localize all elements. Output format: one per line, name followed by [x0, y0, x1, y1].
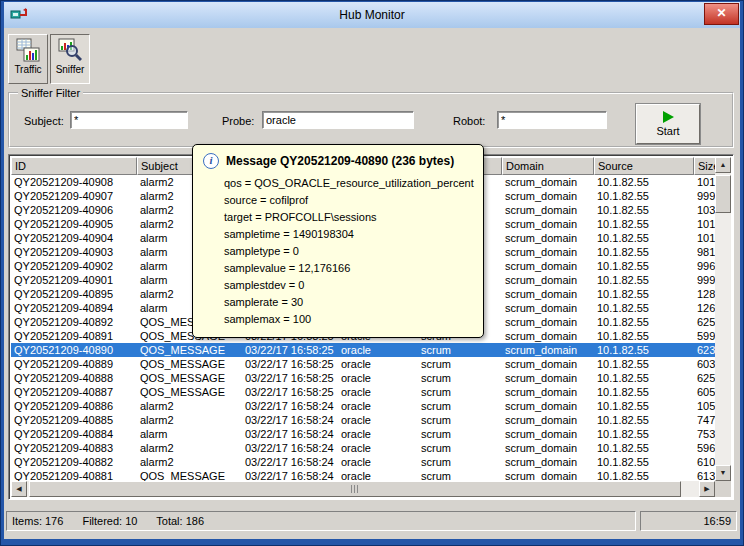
- column-header-id[interactable]: ID: [11, 157, 137, 175]
- table-cell: 10.1.82.55: [594, 315, 694, 329]
- table-cell: 10.1.82.55: [594, 385, 694, 399]
- table-cell: scrum_domain: [502, 259, 594, 273]
- table-cell: 03/22/17 16:58:24: [242, 441, 338, 455]
- table-cell: 10.1.82.55: [594, 217, 694, 231]
- table-cell: 103: [694, 203, 715, 217]
- sniffer-filter-group: Sniffer Filter Subject: Probe: Robot: St…: [8, 92, 734, 148]
- table-cell: QY20521209-40885: [11, 413, 137, 427]
- sniffer-button[interactable]: Sniffer: [50, 34, 90, 84]
- table-cell: scrum_domain: [502, 273, 594, 287]
- table-cell: scrum_domain: [502, 357, 594, 371]
- scroll-left-arrow-icon[interactable]: ◀: [11, 481, 27, 497]
- scroll-down-arrow-icon[interactable]: ▼: [715, 465, 731, 481]
- table-cell: QOS_MESSAGE: [137, 343, 242, 357]
- table-row[interactable]: QY20521209-40884alarm03/22/17 16:58:24or…: [11, 427, 715, 441]
- subject-input[interactable]: [70, 111, 188, 129]
- table-cell: QY20521209-40895: [11, 287, 137, 301]
- table-cell: 10.1.82.55: [594, 287, 694, 301]
- table-cell: 128: [694, 287, 715, 301]
- table-cell: alarm2: [137, 441, 242, 455]
- table-row[interactable]: QY20521209-40886alarm203/22/17 16:58:24o…: [11, 399, 715, 413]
- table-cell: 10.1.82.55: [594, 469, 694, 481]
- table-cell: 10.1.82.55: [594, 441, 694, 455]
- tooltip-line: samplevalue = 12,176166: [224, 260, 473, 277]
- table-cell: QY20521209-40881: [11, 469, 137, 481]
- table-cell: QY20521209-40902: [11, 259, 137, 273]
- table-cell: 03/22/17 16:58:25: [242, 357, 338, 371]
- traffic-button[interactable]: Traffic: [8, 34, 48, 84]
- table-row[interactable]: QY20521209-40887QOS_MESSAGE03/22/17 16:5…: [11, 385, 715, 399]
- table-cell: scrum: [418, 399, 502, 413]
- robot-label: Robot:: [453, 115, 485, 127]
- table-cell: 101: [694, 175, 715, 189]
- tooltip-line: qos = QOS_ORACLE_resource_utilization_pe…: [224, 175, 473, 192]
- tooltip-body: qos = QOS_ORACLE_resource_utilization_pe…: [203, 175, 473, 328]
- table-cell: QY20521209-40904: [11, 231, 137, 245]
- tooltip-line: sampletype = 0: [224, 243, 473, 260]
- table-cell: scrum_domain: [502, 217, 594, 231]
- table-cell: 596: [694, 441, 715, 455]
- table-cell: 981: [694, 245, 715, 259]
- close-button[interactable]: ✕: [704, 3, 739, 25]
- table-cell: scrum_domain: [502, 455, 594, 469]
- table-cell: QY20521209-40908: [11, 175, 137, 189]
- table-cell: alarm2: [137, 413, 242, 427]
- table-cell: 10.1.82.55: [594, 245, 694, 259]
- table-row[interactable]: QY20521209-40888QOS_MESSAGE03/22/17 16:5…: [11, 371, 715, 385]
- table-cell: scrum_domain: [502, 371, 594, 385]
- table-cell: 101: [694, 231, 715, 245]
- table-cell: scrum: [418, 385, 502, 399]
- table-cell: scrum_domain: [502, 245, 594, 259]
- table-cell: oracle: [338, 343, 418, 357]
- table-cell: scrum_domain: [502, 441, 594, 455]
- table-cell: 10.1.82.55: [594, 371, 694, 385]
- horizontal-scrollbar-thumb[interactable]: [29, 481, 681, 497]
- table-row[interactable]: QY20521209-40882alarm203/22/17 16:58:24o…: [11, 455, 715, 469]
- start-button-label: Start: [656, 125, 679, 137]
- table-cell: 10.1.82.55: [594, 329, 694, 343]
- table-cell: scrum_domain: [502, 329, 594, 343]
- table-row[interactable]: QY20521209-40889QOS_MESSAGE03/22/17 16:5…: [11, 357, 715, 371]
- window-body: Traffic Sniffer Sniffer Filter Subject:: [4, 28, 740, 539]
- table-cell: QOS_MESSAGE: [137, 357, 242, 371]
- info-icon: i: [203, 153, 219, 169]
- table-row[interactable]: QY20521209-40885alarm203/22/17 16:58:24o…: [11, 413, 715, 427]
- table-cell: scrum_domain: [502, 301, 594, 315]
- subject-label: Subject:: [24, 115, 64, 127]
- robot-input[interactable]: [497, 111, 607, 129]
- scroll-right-arrow-icon[interactable]: ▶: [699, 481, 715, 497]
- traffic-button-label: Traffic: [14, 64, 41, 75]
- table-cell: 03/22/17 16:58:24: [242, 427, 338, 441]
- table-cell: 03/22/17 16:58:24: [242, 399, 338, 413]
- table-cell: scrum: [418, 413, 502, 427]
- table-cell: scrum: [418, 427, 502, 441]
- tooltip-line: source = cofilprof: [224, 192, 473, 209]
- table-cell: scrum: [418, 357, 502, 371]
- table-row[interactable]: QY20521209-40890QOS_MESSAGE03/22/17 16:5…: [11, 343, 715, 357]
- start-button[interactable]: Start: [636, 104, 700, 144]
- table-cell: scrum_domain: [502, 203, 594, 217]
- column-header-source[interactable]: Source: [594, 157, 694, 175]
- tooltip-line: target = PROFCOLLF\sessions: [224, 209, 473, 226]
- titlebar: Hub Monitor ✕: [4, 2, 740, 28]
- table-cell: alarm2: [137, 455, 242, 469]
- scroll-up-arrow-icon[interactable]: ▲: [715, 157, 731, 173]
- tooltip-title: Message QY20521209-40890 (236 bytes): [226, 154, 454, 168]
- table-cell: 10.1.82.55: [594, 343, 694, 357]
- table-cell: 03/22/17 16:58:25: [242, 385, 338, 399]
- column-header-domain[interactable]: Domain: [502, 157, 594, 175]
- table-cell: 753: [694, 427, 715, 441]
- table-row[interactable]: QY20521209-40881QOS_MESSAGE03/22/17 16:5…: [11, 469, 715, 481]
- table-cell: scrum_domain: [502, 231, 594, 245]
- table-cell: QOS_MESSAGE: [137, 385, 242, 399]
- tooltip-line: samplerate = 30: [224, 294, 473, 311]
- horizontal-scrollbar[interactable]: ◀ ▶: [11, 481, 715, 497]
- table-cell: 999: [694, 189, 715, 203]
- table-cell: scrum_domain: [502, 399, 594, 413]
- probe-input[interactable]: [262, 111, 414, 129]
- vertical-scrollbar-thumb[interactable]: [715, 175, 731, 213]
- table-cell: QY20521209-40892: [11, 315, 137, 329]
- table-row[interactable]: QY20521209-40883alarm203/22/17 16:58:24o…: [11, 441, 715, 455]
- vertical-scrollbar[interactable]: ▲ ▼: [715, 157, 731, 481]
- table-cell: 999: [694, 273, 715, 287]
